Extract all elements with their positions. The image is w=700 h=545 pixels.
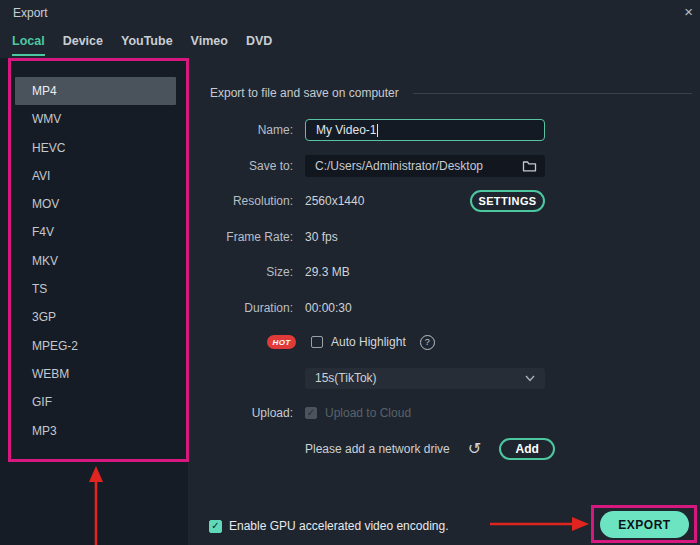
upload-label: Upload:	[200, 406, 293, 420]
tab-youtube[interactable]: YouTube	[121, 34, 173, 56]
refresh-icon[interactable]: ↺	[468, 441, 481, 457]
format-item-f4v[interactable]: F4V	[15, 218, 176, 246]
upload-row: Upload: ✓ Upload to Cloud	[200, 401, 692, 425]
auto-highlight-row: HOT Auto Highlight ?	[200, 330, 692, 354]
resolution-label: Resolution:	[200, 194, 293, 208]
format-item-ts[interactable]: TS	[15, 275, 176, 303]
section-title: Export to file and save on computer	[210, 86, 399, 100]
folder-icon[interactable]	[522, 159, 537, 173]
format-item-avi[interactable]: AVI	[15, 162, 176, 190]
preset-row: 15s(TikTok)	[200, 366, 692, 390]
gpu-encoding-checkbox[interactable]: ✓	[209, 520, 222, 533]
format-item-hevc[interactable]: HEVC	[15, 134, 176, 162]
format-item-gif[interactable]: GIF	[15, 388, 176, 416]
format-item-webm[interactable]: WEBM	[15, 360, 176, 388]
format-item-mp4[interactable]: MP4	[15, 77, 176, 105]
format-item-mkv[interactable]: MKV	[15, 247, 176, 275]
format-item-mp3[interactable]: MP3	[15, 417, 176, 445]
name-value: My Video-1	[316, 123, 376, 137]
format-item-wmv[interactable]: WMV	[15, 105, 176, 133]
check-icon: ✓	[211, 521, 219, 531]
help-icon[interactable]: ?	[420, 335, 435, 350]
section-header: Export to file and save on computer	[210, 86, 692, 100]
tab-local[interactable]: Local	[12, 34, 45, 56]
format-list: MP4WMVHEVCAVIMOVF4VMKVTS3GPMPEG-2WEBMGIF…	[15, 77, 176, 445]
tab-device[interactable]: Device	[63, 34, 103, 56]
tab-bar: LocalDeviceYouTubeVimeoDVD	[12, 34, 272, 56]
close-icon[interactable]: ×	[684, 3, 693, 21]
save-to-label: Save to:	[200, 159, 293, 173]
save-to-value: C:/Users/Administrator/Desktop	[315, 159, 522, 173]
gpu-encoding-label: Enable GPU accelerated video encoding.	[229, 519, 448, 533]
hot-badge: HOT	[267, 335, 296, 349]
window-title: Export	[13, 6, 48, 20]
frame-rate-row: Frame Rate: 30 fps	[200, 225, 692, 249]
arrow-right-annotation	[488, 516, 590, 532]
format-item-mpeg-2[interactable]: MPEG-2	[15, 332, 176, 360]
format-item-3gp[interactable]: 3GP	[15, 303, 176, 331]
tab-vimeo[interactable]: Vimeo	[191, 34, 228, 56]
auto-highlight-checkbox[interactable]	[311, 336, 323, 348]
upload-to-cloud-label: Upload to Cloud	[325, 406, 411, 420]
section-divider	[413, 93, 692, 94]
name-label: Name:	[200, 123, 293, 137]
duration-row: Duration: 00:00:30	[200, 296, 692, 320]
duration-label: Duration:	[200, 301, 293, 315]
size-label: Size:	[200, 265, 293, 279]
save-to-row: Save to: C:/Users/Administrator/Desktop	[200, 154, 692, 178]
settings-button[interactable]: SETTINGS	[470, 190, 545, 212]
save-to-path[interactable]: C:/Users/Administrator/Desktop	[305, 155, 545, 177]
resolution-value: 2560x1440	[305, 194, 364, 208]
name-row: Name: My Video-1	[200, 118, 692, 142]
resolution-row: Resolution: 2560x1440 SETTINGS	[200, 189, 692, 213]
chevron-down-icon	[525, 375, 535, 382]
frame-rate-label: Frame Rate:	[200, 230, 293, 244]
check-icon: ✓	[307, 408, 315, 418]
network-drive-message: Please add a network drive	[305, 442, 450, 456]
preset-value: 15s(TikTok)	[315, 371, 525, 385]
auto-highlight-label: Auto Highlight	[331, 335, 406, 349]
export-dialog: { "window": { "title": "Export" }, "tabs…	[0, 0, 700, 545]
name-input[interactable]: My Video-1	[305, 119, 545, 141]
preset-dropdown[interactable]: 15s(TikTok)	[305, 368, 545, 389]
size-value: 29.3 MB	[305, 265, 350, 279]
frame-rate-value: 30 fps	[305, 230, 338, 244]
add-button[interactable]: Add	[499, 438, 555, 460]
text-cursor	[377, 124, 378, 137]
format-item-mov[interactable]: MOV	[15, 190, 176, 218]
gpu-encoding-row: ✓ Enable GPU accelerated video encoding.	[209, 519, 448, 533]
duration-value: 00:00:30	[305, 301, 352, 315]
export-button[interactable]: EXPORT	[600, 511, 689, 538]
tab-dvd[interactable]: DVD	[246, 34, 272, 56]
upload-to-cloud-checkbox: ✓	[305, 407, 317, 419]
network-drive-row: Please add a network drive ↺ Add	[200, 437, 692, 461]
size-row: Size: 29.3 MB	[200, 260, 692, 284]
